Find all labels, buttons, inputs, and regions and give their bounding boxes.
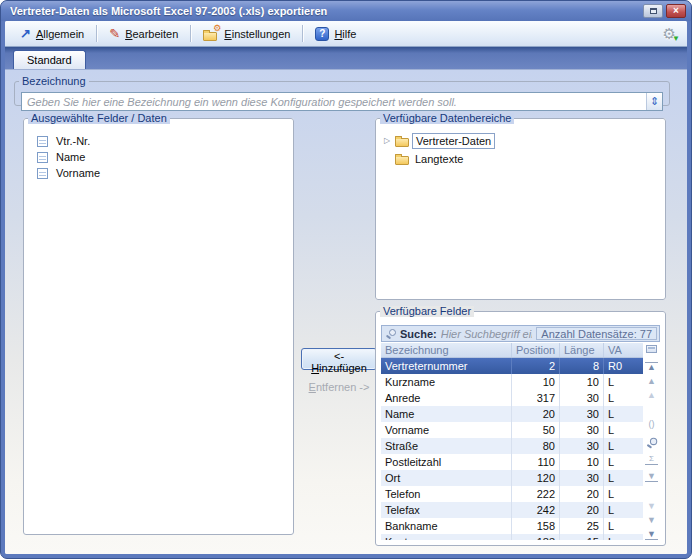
table-row[interactable]: Name2030L xyxy=(381,406,643,422)
record-count-badge: Anzahl Datensätze: 77 xyxy=(536,327,657,340)
toolbar-button-allgemein[interactable]: ↗ Allgemein xyxy=(13,25,91,42)
toolbar-button-hilfe[interactable]: ? Hilfe xyxy=(308,25,363,43)
move-down-alt-button[interactable]: ▼ xyxy=(645,502,658,511)
column-header-bezeichnung[interactable]: Bezeichnung xyxy=(381,343,511,357)
move-top-button[interactable]: ▲ xyxy=(645,362,658,372)
toolbar-separator xyxy=(96,25,97,42)
cell-position: 317 xyxy=(511,390,559,406)
toolbar-button-bearbeiten[interactable]: ✎ Bearbeiten xyxy=(102,25,185,42)
cell-position: 158 xyxy=(511,518,559,534)
cell-laenge: 10 xyxy=(559,374,603,390)
tab-standard[interactable]: Standard xyxy=(13,50,86,69)
column-header-laenge[interactable]: Länge xyxy=(559,343,603,357)
toolbar-button-label: Allgemein xyxy=(36,28,84,40)
cell-bezeichnung: Telefax xyxy=(381,502,511,518)
cell-va: L xyxy=(603,470,643,486)
cell-laenge: 30 xyxy=(559,422,603,438)
search-placeholder: Hier Suchbegriff eingebe xyxy=(441,328,533,340)
table-row[interactable]: Straße8030L xyxy=(381,438,643,454)
list-item-label: Vtr.-Nr. xyxy=(56,135,90,147)
cell-va: L xyxy=(603,486,643,502)
search-bar[interactable]: Suche: Hier Suchbegriff eingebe Anzahl D… xyxy=(381,325,660,342)
table-row[interactable]: Anrede31730L xyxy=(381,390,643,406)
remove-button[interactable]: Entfernen -> xyxy=(293,381,385,393)
cell-position: 222 xyxy=(511,486,559,502)
summary-icon[interactable]: Σ xyxy=(645,455,658,465)
cell-position: 183 xyxy=(511,534,559,540)
help-icon: ? xyxy=(315,27,329,41)
cell-va: L xyxy=(603,438,643,454)
column-chooser-button[interactable] xyxy=(646,345,657,353)
updown-arrow-icon: ⇕ xyxy=(650,95,659,108)
cell-bezeichnung: Kurzname xyxy=(381,374,511,390)
cell-laenge: 30 xyxy=(559,390,603,406)
table-row[interactable]: Vertreternummer28R0 xyxy=(381,358,643,374)
cell-va: L xyxy=(603,534,643,540)
cell-laenge: 20 xyxy=(559,486,603,502)
cell-laenge: 20 xyxy=(559,502,603,518)
cell-bezeichnung: Ort xyxy=(381,470,511,486)
tree-item-vertreter-daten[interactable]: ▷ Vertreter-Daten xyxy=(382,132,665,150)
list-item[interactable]: Vorname xyxy=(37,165,293,181)
tree-item-langtexte[interactable]: Langtexte xyxy=(382,150,665,168)
restore-button[interactable] xyxy=(643,4,663,18)
expander-icon[interactable]: ▷ xyxy=(382,137,392,145)
group-caption: Verfügbare Datenbereiche xyxy=(380,113,514,124)
combo-dropdown-button[interactable]: ⇕ xyxy=(646,93,662,110)
table-row[interactable]: Kurzname1010L xyxy=(381,374,643,390)
list-item[interactable]: Vtr.-Nr. xyxy=(37,133,293,149)
move-up-alt-button[interactable]: ▲ xyxy=(645,391,658,400)
cell-va: L xyxy=(603,454,643,470)
toolbar: ↗ Allgemein ✎ Bearbeiten ⚙ Einstellungen… xyxy=(5,21,687,47)
arrow-up-right-icon: ↗ xyxy=(20,27,31,40)
move-bottom-button[interactable]: ▼ xyxy=(645,530,658,540)
cell-va: L xyxy=(603,422,643,438)
toolbar-button-label: Bearbeiten xyxy=(125,28,178,40)
table-row[interactable]: Vorname5030L xyxy=(381,422,643,438)
restore-icon xyxy=(650,8,657,14)
data-areas-tree: ▷ Vertreter-Daten Langtexte xyxy=(376,124,665,168)
list-item[interactable]: Name xyxy=(37,149,293,165)
bezeichnung-combobox[interactable]: Geben Sie hier eine Bezeichnung ein wenn… xyxy=(21,92,663,111)
grid-header: Bezeichnung Position Länge VA xyxy=(381,343,643,358)
table-row[interactable]: Postleitzahl11010L xyxy=(381,454,643,470)
bezeichnung-placeholder: Geben Sie hier eine Bezeichnung ein wenn… xyxy=(22,96,646,108)
cell-laenge: 30 xyxy=(559,406,603,422)
folder-icon xyxy=(203,32,217,41)
dialog-window: Vertreter-Daten als Microsoft Excel 97-2… xyxy=(0,0,692,559)
filter-icon[interactable]: ▼ xyxy=(645,472,658,482)
window-controls: × xyxy=(643,4,686,18)
brackets-icon[interactable]: () xyxy=(645,420,658,429)
toolbar-button-einstellungen[interactable]: ⚙ Einstellungen xyxy=(196,25,297,43)
title-bar[interactable]: Vertreter-Daten als Microsoft Excel 97-2… xyxy=(1,1,691,21)
move-down-button[interactable]: ▼ xyxy=(645,516,658,525)
table-icon xyxy=(37,136,48,147)
table-row[interactable]: Ort12030L xyxy=(381,470,643,486)
cell-va: L xyxy=(603,374,643,390)
available-fields-panel: Suche: Hier Suchbegriff eingebe Anzahl D… xyxy=(381,325,660,540)
locate-search-button[interactable] xyxy=(646,437,657,448)
column-header-va[interactable]: VA xyxy=(603,343,643,357)
cell-bezeichnung: Postleitzahl xyxy=(381,454,511,470)
column-header-position[interactable]: Position xyxy=(511,343,559,357)
folder-icon xyxy=(395,156,409,165)
window-title: Vertreter-Daten als Microsoft Excel 97-2… xyxy=(10,5,643,17)
cell-bezeichnung: Name xyxy=(381,406,511,422)
edit-pencil-icon: ✎ xyxy=(109,27,120,40)
table-row[interactable]: Kontonummer18315L xyxy=(381,534,643,540)
available-fields-group: Verfügbare Felder Suche: Hier Suchbegrif… xyxy=(375,306,666,546)
tree-item-label: Langtexte xyxy=(412,152,466,166)
dialog-body: ↗ Allgemein ✎ Bearbeiten ⚙ Einstellungen… xyxy=(5,21,687,554)
close-button[interactable]: × xyxy=(666,4,686,18)
add-button[interactable]: <- Hinzufügen xyxy=(301,348,377,370)
move-up-button[interactable]: ▲ xyxy=(645,377,658,386)
table-row[interactable]: Telefax24220L xyxy=(381,502,643,518)
table-row[interactable]: Telefon22220L xyxy=(381,486,643,502)
toolbar-button-export-settings[interactable]: ⚙ ▼ xyxy=(660,24,679,43)
cell-position: 50 xyxy=(511,422,559,438)
cell-laenge: 15 xyxy=(559,534,603,540)
folder-icon xyxy=(395,138,409,147)
table-row[interactable]: Bankname15825L xyxy=(381,518,643,534)
table-icon xyxy=(37,152,48,163)
cell-position: 10 xyxy=(511,374,559,390)
